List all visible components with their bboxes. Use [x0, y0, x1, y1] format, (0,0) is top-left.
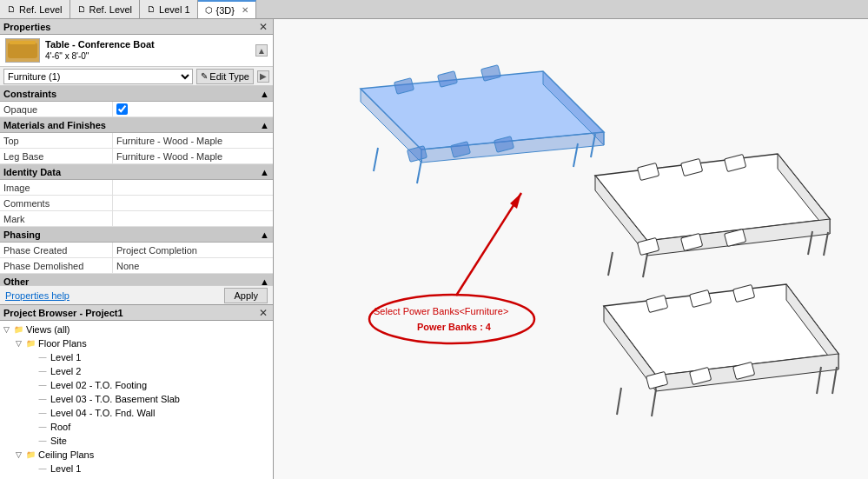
tab-label: Ref. Level — [89, 4, 133, 15]
file-icon: — — [36, 462, 49, 475]
edit-type-icon: ✎ — [201, 71, 208, 81]
tree-ceiling-level-1[interactable]: — Level 1 — [0, 462, 273, 476]
apply-button[interactable]: Apply — [224, 288, 268, 303]
tree-roof[interactable]: — Roof — [0, 420, 273, 434]
prop-label-image: Image — [0, 180, 113, 195]
tab-close-btn[interactable]: ✕ — [242, 5, 248, 15]
folder-icon: 📁 — [24, 449, 36, 461]
tab-ref-level-2[interactable]: 🗋 Ref. Level — [70, 0, 141, 18]
file-icon: — — [36, 407, 49, 419]
project-browser: Project Browser - Project1 ✕ ▽ 📁 Views (… — [0, 305, 273, 479]
viewport[interactable]: Select Power Banks<Furniture> Power Bank… — [274, 19, 868, 479]
prop-value-image — [113, 180, 273, 195]
group-collapse-icon[interactable]: ▲ — [260, 230, 269, 240]
scroll-right-btn[interactable]: ▶ — [257, 70, 269, 83]
3d-scene: Select Power Banks<Furniture> Power Bank… — [274, 19, 868, 479]
properties-title-bar: Properties ✕ — [0, 19, 273, 35]
tree-level-04-fnd[interactable]: — Level 04 - T.O. Fnd. Wall — [0, 406, 273, 420]
file-icon: — — [36, 393, 49, 405]
prop-row-image: Image — [0, 180, 273, 196]
tree-level-2[interactable]: — Level 2 — [0, 364, 273, 378]
edit-type-button[interactable]: ✎ Edit Type — [196, 69, 254, 84]
prop-value-leg-base: Furniture - Wood - Maple — [113, 149, 273, 163]
tab-3d[interactable]: ⬡ {3D} ✕ — [198, 0, 256, 18]
scene-svg: Select Power Banks<Furniture> Power Bank… — [274, 19, 868, 479]
floor-plan-icon: 🗋 — [147, 4, 156, 14]
tree-label: Views (all) — [26, 324, 70, 335]
main-content: Properties ✕ Table - Conference Boat 4'-… — [0, 19, 868, 479]
group-collapse-icon[interactable]: ▲ — [260, 167, 269, 177]
furniture-dropdown[interactable]: Furniture (1) — [3, 69, 193, 84]
prop-value-phase-demolished: None — [113, 258, 273, 273]
file-icon: — — [36, 379, 49, 391]
spacer — [24, 393, 36, 405]
browser-title: Project Browser - Project1 — [3, 308, 123, 318]
properties-table: Constraints ▲ Opaque Materials and Finis… — [0, 86, 273, 285]
group-collapse-icon[interactable]: ▲ — [260, 276, 269, 286]
tab-ref-level-1[interactable]: 🗋 Ref. Level — [0, 0, 70, 18]
item-thumbnail-img — [5, 38, 40, 63]
group-header-identity: Identity Data ▲ — [0, 164, 273, 180]
properties-help-link[interactable]: Properties help — [5, 290, 70, 301]
tree-label: Level 03 - T.O. Basement Slab — [50, 394, 180, 404]
tree-floor-plans[interactable]: ▽ 📁 Floor Plans — [0, 336, 273, 350]
properties-footer: Properties help Apply — [0, 285, 273, 304]
tree-ceiling-plans[interactable]: ▽ 📁 Ceiling Plans — [0, 448, 273, 462]
scroll-up-btn[interactable]: ▲ — [255, 44, 268, 57]
browser-title-bar: Project Browser - Project1 ✕ — [0, 305, 273, 321]
tree-views-all[interactable]: ▽ 📁 Views (all) — [0, 323, 273, 336]
group-collapse-icon[interactable]: ▲ — [260, 89, 269, 99]
properties-close-btn[interactable]: ✕ — [257, 21, 269, 33]
tab-level-1[interactable]: 🗋 Level 1 — [140, 0, 197, 18]
prop-label-comments: Comments — [0, 196, 113, 210]
3d-view-icon: ⬡ — [205, 5, 213, 15]
tree-label: Level 02 - T.O. Footing — [50, 380, 147, 390]
browser-close-btn[interactable]: ✕ — [257, 307, 269, 319]
tree-label: Level 1 — [50, 352, 81, 363]
tree-level-02-footing[interactable]: — Level 02 - T.O. Footing — [0, 378, 273, 392]
tree-level-03-basement[interactable]: — Level 03 - T.O. Basement Slab — [0, 392, 273, 406]
group-header-phasing: Phasing ▲ — [0, 227, 273, 243]
opaque-checkbox[interactable] — [116, 103, 128, 115]
prop-value-comments — [113, 196, 273, 210]
tab-bar: 🗋 Ref. Level 🗋 Ref. Level 🗋 Level 1 ⬡ {3… — [0, 0, 868, 19]
prop-label-top: Top — [0, 133, 113, 148]
file-icon: — — [36, 435, 49, 447]
tree-label: Roof — [50, 422, 70, 432]
prop-value-mark — [113, 211, 273, 226]
prop-label-phase-created: Phase Created — [0, 243, 113, 257]
prop-label-phase-demolished: Phase Demolished — [0, 258, 113, 273]
left-panel: Properties ✕ Table - Conference Boat 4'-… — [0, 19, 274, 479]
browser-tree: ▽ 📁 Views (all) ▽ 📁 Floor Plans — Level … — [0, 321, 273, 479]
item-info: Table - Conference Boat 4'-6" x 8'-0" — [45, 38, 155, 63]
spacer — [24, 379, 36, 391]
group-header-other: Other ▲ — [0, 274, 273, 285]
file-icon: — — [36, 365, 49, 377]
file-icon: — — [36, 351, 49, 363]
tree-level-1[interactable]: — Level 1 — [0, 350, 273, 364]
prop-row-comments: Comments — [0, 196, 273, 211]
file-icon: — — [36, 421, 49, 433]
tree-label: Level 04 - T.O. Fnd. Wall — [50, 408, 155, 418]
spacer — [24, 435, 36, 447]
prop-row-phase-created: Phase Created Project Completion — [0, 243, 273, 258]
annotation-text-2: Power Banks : 4 — [417, 322, 492, 332]
prop-label-leg-base: Leg Base — [0, 149, 113, 163]
prop-value-opaque — [113, 102, 273, 116]
prop-value-top: Furniture - Wood - Maple — [113, 133, 273, 148]
svg-rect-1 — [10, 41, 36, 44]
tree-site[interactable]: — Site — [0, 434, 273, 448]
prop-row-mark: Mark — [0, 211, 273, 227]
furniture-dropdown-row: Furniture (1) ✎ Edit Type ▶ — [0, 67, 273, 86]
group-collapse-icon[interactable]: ▲ — [260, 120, 269, 130]
annotation-text-1: Select Power Banks<Furniture> — [374, 306, 508, 316]
edit-type-label: Edit Type — [209, 71, 249, 82]
expand-icon: ▽ — [12, 449, 24, 461]
spacer — [24, 407, 36, 419]
item-name: Table - Conference Boat — [45, 38, 155, 50]
expand-icon: ▽ — [12, 337, 24, 349]
tree-label: Level 2 — [50, 366, 81, 376]
prop-row-leg-base: Leg Base Furniture - Wood - Maple — [0, 149, 273, 164]
properties-title: Properties — [3, 22, 50, 32]
tab-label: {3D} — [216, 5, 235, 16]
